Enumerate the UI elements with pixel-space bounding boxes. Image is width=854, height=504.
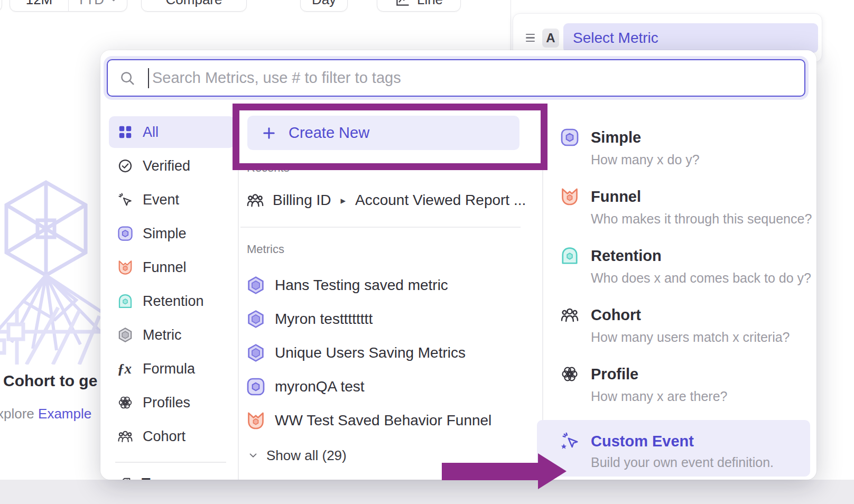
- range-ytd-label: YTD: [77, 0, 104, 8]
- saved-metric-item[interactable]: WW Test Saved Behavior Funnel: [246, 409, 491, 432]
- cohort-icon: [560, 305, 579, 324]
- metric-type-retention[interactable]: Retention Who does x and comes back to d…: [560, 246, 811, 288]
- show-all-label: Show all (29): [266, 447, 347, 464]
- metric-type-desc: How many x are there?: [591, 386, 727, 407]
- metric-type-title: Custom Event: [591, 432, 774, 451]
- profiles-icon: [117, 395, 133, 410]
- search-icon: [119, 70, 135, 86]
- category-metric[interactable]: Metric: [109, 319, 235, 351]
- badge-check-icon: [117, 158, 133, 174]
- app-root: 12M YTD Compare Day Line A Select Metric: [0, 0, 854, 504]
- category-label: Profiles: [143, 395, 190, 411]
- metric-row-letter-badge: A: [542, 29, 559, 48]
- saved-metric-item[interactable]: Myron testttttttt: [246, 307, 373, 331]
- saved-metric-label: Hans Testing saved metric: [275, 277, 448, 294]
- custom-event-icon: [560, 432, 579, 451]
- caret-down-icon: [108, 0, 119, 5]
- saved-metric-icon: [246, 276, 265, 295]
- cohort-icon: [246, 191, 264, 209]
- category-label: Verified: [143, 158, 190, 174]
- interval-day-button[interactable]: Day: [300, 0, 348, 12]
- metric-search-box: [107, 59, 805, 97]
- saved-metric-icon: [246, 310, 265, 329]
- metric-type-title: Funnel: [591, 187, 812, 206]
- range-12m-button[interactable]: 12M: [10, 0, 68, 11]
- saved-metric-label: Unique Users Saving Metrics: [275, 344, 466, 361]
- metrics-heading: Metrics: [247, 242, 284, 256]
- recent-item-source: Billing ID: [273, 192, 331, 209]
- metric-hexagon-icon: [117, 327, 133, 343]
- annotation-highlight-rectangle: [233, 104, 547, 170]
- select-metric-button[interactable]: Select Metric: [563, 23, 818, 53]
- funnel-icon: [246, 411, 265, 430]
- category-partial-label: T: [142, 475, 151, 480]
- metric-type-desc: How many x do y?: [591, 149, 700, 170]
- metric-type-desc: Who does x and comes back to do y?: [591, 267, 811, 288]
- saved-metric-item[interactable]: Hans Testing saved metric: [246, 274, 448, 297]
- date-range-group: 12M YTD: [10, 0, 127, 12]
- category-label: Cohort: [143, 428, 185, 445]
- recent-item-event: Account Viewed Report ...: [355, 192, 526, 209]
- page-bottom-strip: [0, 480, 854, 504]
- category-label: Metric: [143, 327, 182, 343]
- metric-type-custom-event[interactable]: Custom Event Build your own event defini…: [537, 420, 810, 477]
- metric-search-input[interactable]: [151, 69, 804, 87]
- retention-icon: [560, 246, 579, 265]
- category-verified[interactable]: Verified: [109, 150, 235, 182]
- category-tags-partial[interactable]: T: [117, 471, 151, 480]
- category-funnel[interactable]: Funnel: [109, 251, 235, 283]
- profiles-icon: [560, 365, 579, 384]
- text-caret: [148, 68, 149, 88]
- metric-type-funnel[interactable]: Funnel Who makes it through this sequenc…: [560, 187, 812, 229]
- category-cohort[interactable]: Cohort: [109, 421, 235, 452]
- category-simple[interactable]: Simple: [109, 218, 235, 249]
- compare-button[interactable]: Compare: [141, 0, 247, 12]
- category-retention[interactable]: Retention: [109, 285, 235, 317]
- saved-metric-label: WW Test Saved Behavior Funnel: [275, 412, 491, 429]
- example-reports-link[interactable]: Example: [38, 406, 91, 422]
- saved-metric-item[interactable]: myronQA test: [246, 375, 365, 398]
- chart-type-line-label: Line: [417, 0, 443, 8]
- range-12m-label: 12M: [26, 0, 53, 8]
- metric-type-desc: Build your own event definition.: [591, 452, 774, 473]
- range-ytd-button[interactable]: YTD: [69, 0, 127, 11]
- category-event[interactable]: Event: [109, 184, 235, 216]
- drag-handle-icon[interactable]: [526, 34, 535, 42]
- chevron-down-icon: [247, 450, 259, 461]
- saved-metric-label: myronQA test: [275, 378, 365, 395]
- recent-item[interactable]: Billing ID ▸ Account Viewed Report ...: [246, 189, 526, 212]
- metric-type-simple[interactable]: Simple How many x do y?: [560, 128, 700, 170]
- metric-type-profile[interactable]: Profile How many x are there?: [560, 365, 727, 407]
- metric-type-title: Retention: [591, 246, 811, 265]
- funnel-icon: [560, 187, 579, 206]
- saved-metric-label: Myron testttttttt: [275, 311, 373, 328]
- grid-icon: [117, 124, 133, 140]
- chart-type-line-button[interactable]: Line: [377, 0, 461, 12]
- line-chart-icon: [395, 0, 411, 7]
- metric-type-cohort[interactable]: Cohort How many users match x criteria?: [560, 305, 790, 348]
- funnel-icon: [117, 259, 133, 275]
- category-label: Event: [143, 192, 179, 208]
- select-metric-label: Select Metric: [573, 30, 658, 46]
- metric-type-desc: How many users match x criteria?: [591, 326, 790, 348]
- metric-type-title: Cohort: [591, 305, 790, 324]
- metric-type-desc: Who makes it through this sequence?: [591, 208, 812, 229]
- category-all[interactable]: All: [109, 116, 235, 148]
- formula-icon: ƒx: [117, 361, 133, 377]
- saved-metric-item[interactable]: Unique Users Saving Metrics: [246, 341, 466, 365]
- metric-type-title: Profile: [591, 365, 727, 384]
- cohort-icon: [117, 428, 133, 444]
- empty-state-subtext: xplore Example: [0, 406, 91, 422]
- show-all-button[interactable]: Show all (29): [247, 446, 347, 465]
- category-label: Retention: [143, 293, 204, 310]
- cursor-spark-icon: [117, 192, 133, 208]
- empty-state-subtext-prefix: xplore: [0, 406, 34, 422]
- category-formula[interactable]: ƒx Formula: [109, 353, 235, 385]
- compare-label: Compare: [166, 0, 222, 8]
- toolbar-button-fragment[interactable]: [0, 0, 2, 12]
- tag-icon: [117, 476, 132, 480]
- category-profiles[interactable]: Profiles: [109, 387, 235, 418]
- category-label: Funnel: [143, 259, 187, 276]
- middle-column-divider: [240, 227, 521, 228]
- annotation-arrow: [442, 463, 538, 480]
